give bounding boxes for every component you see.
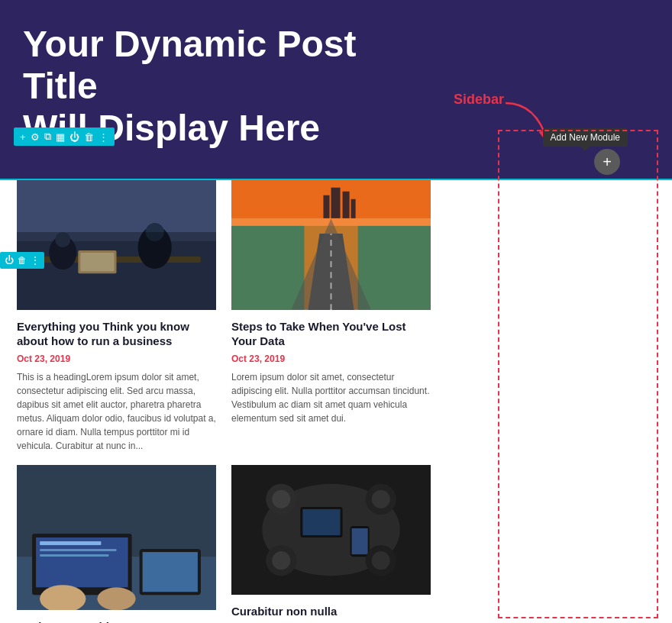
post-4-image — [231, 465, 431, 595]
toolbar-add-icon[interactable]: + — [20, 131, 26, 143]
svg-rect-26 — [40, 549, 116, 551]
post-1-title: Everything you Think you know about how … — [17, 319, 216, 349]
post-3-image — [17, 465, 216, 610]
svg-rect-27 — [40, 554, 108, 557]
sidebar-label: Sidebar — [454, 92, 504, 108]
svg-point-43 — [272, 551, 290, 570]
svg-point-6 — [138, 225, 172, 268]
module-toolbar[interactable]: + ⚙ ⧉ ▦ ⏻ 🗑 ⋮ — [14, 128, 115, 146]
post-2-date: Oct 23, 2019 — [231, 353, 431, 364]
svg-point-7 — [146, 222, 164, 240]
toolbar-more-icon[interactable]: ⋮ — [99, 131, 108, 143]
blog-post-1: Everything you Think you know about how … — [17, 180, 216, 453]
svg-rect-25 — [40, 541, 101, 545]
svg-rect-20 — [358, 225, 431, 309]
svg-point-5 — [55, 231, 70, 247]
toolbar-power-icon[interactable]: ⏻ — [69, 131, 79, 143]
svg-rect-14 — [331, 187, 341, 218]
blog-area: Everything you Think you know about how … — [0, 180, 443, 623]
svg-rect-13 — [323, 195, 329, 218]
hero-section: Your Dynamic Post Title Will Display Her… — [0, 0, 672, 180]
toolbar-settings-icon[interactable]: ⚙ — [31, 131, 40, 143]
post-1-image — [17, 180, 216, 310]
blog-post-2: Steps to Take When You've Lost Your Data… — [231, 180, 431, 453]
svg-rect-8 — [78, 250, 116, 273]
svg-rect-2 — [17, 241, 216, 310]
svg-rect-19 — [231, 225, 304, 309]
blog-grid: Everything you Think you know about how … — [17, 180, 431, 623]
svg-rect-9 — [80, 253, 114, 271]
svg-rect-3 — [32, 257, 201, 263]
svg-point-41 — [372, 489, 390, 508]
svg-point-45 — [372, 551, 390, 570]
add-module-button[interactable]: + — [594, 149, 620, 175]
page-wrapper: Your Dynamic Post Title Will Display Her… — [0, 0, 672, 623]
sidebar-dashed-outline — [498, 130, 658, 618]
post-2-image — [231, 180, 431, 310]
post-4-title: Curabitur non nulla — [231, 604, 431, 619]
post-1-date: Oct 23, 2019 — [17, 353, 216, 364]
svg-rect-1 — [17, 180, 216, 310]
svg-point-29 — [97, 587, 135, 610]
svg-rect-31 — [143, 552, 198, 592]
svg-rect-16 — [351, 199, 356, 218]
svg-point-39 — [272, 489, 290, 508]
blog-post-4: Curabitur non nulla Oct 23, 2019 Busines… — [231, 465, 431, 623]
post-2-title: Steps to Take When You've Lost Your Data — [231, 319, 431, 349]
svg-rect-15 — [343, 191, 350, 218]
post-3-title: Business Coaching — [17, 619, 216, 623]
svg-rect-35 — [302, 508, 340, 534]
toolbar-duplicate-icon[interactable]: ⧉ — [44, 131, 51, 143]
svg-point-4 — [49, 236, 76, 270]
toolbar-delete-icon[interactable]: 🗑 — [84, 131, 94, 143]
row-more-icon[interactable]: ⋮ — [31, 255, 40, 266]
row-toolbar[interactable]: ⏻ 🗑 ⋮ — [0, 252, 44, 269]
post-2-excerpt: Lorem ipsum dolor sit amet, consectetur … — [231, 370, 431, 425]
post-1-excerpt: This is a headingLorem ipsum dolor sit a… — [17, 370, 216, 453]
blog-post-3: Business Coaching Oct 23, 2019 — [17, 465, 216, 623]
svg-rect-37 — [352, 528, 368, 554]
row-delete-icon[interactable]: 🗑 — [18, 255, 27, 266]
row-power-icon[interactable]: ⏻ — [5, 255, 14, 266]
toolbar-grid-icon[interactable]: ▦ — [56, 131, 65, 143]
